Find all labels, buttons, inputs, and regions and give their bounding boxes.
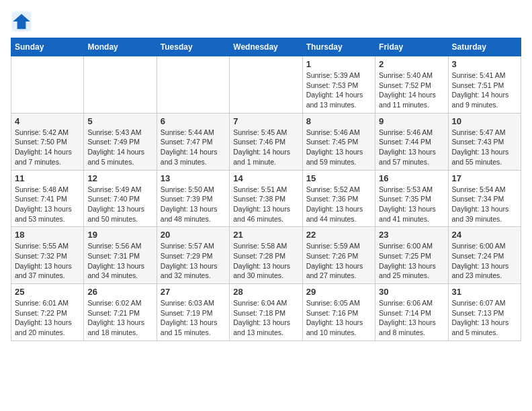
day-cell: 21Sunrise: 5:58 AM Sunset: 7:28 PM Dayli… — [230, 227, 302, 284]
day-info: Sunrise: 5:45 AM Sunset: 7:46 PM Dayligh… — [233, 128, 298, 167]
day-cell: 20Sunrise: 5:57 AM Sunset: 7:29 PM Dayli… — [157, 227, 229, 284]
col-header-thursday: Thursday — [302, 38, 375, 56]
day-info: Sunrise: 6:03 AM Sunset: 7:19 PM Dayligh… — [161, 298, 226, 338]
day-info: Sunrise: 5:42 AM Sunset: 7:50 PM Dayligh… — [15, 128, 80, 167]
day-cell: 29Sunrise: 6:05 AM Sunset: 7:16 PM Dayli… — [302, 284, 375, 341]
day-number: 21 — [233, 230, 298, 240]
day-number: 13 — [161, 173, 226, 183]
day-number: 27 — [161, 287, 226, 297]
day-cell: 18Sunrise: 5:55 AM Sunset: 7:32 PM Dayli… — [11, 227, 84, 284]
day-cell: 11Sunrise: 5:48 AM Sunset: 7:41 PM Dayli… — [11, 170, 84, 227]
day-cell: 23Sunrise: 6:00 AM Sunset: 7:25 PM Dayli… — [375, 227, 448, 284]
day-cell — [230, 56, 302, 113]
day-info: Sunrise: 6:04 AM Sunset: 7:18 PM Dayligh… — [233, 298, 298, 338]
logo — [11, 11, 35, 32]
day-info: Sunrise: 5:46 AM Sunset: 7:44 PM Dayligh… — [379, 128, 444, 167]
day-info: Sunrise: 6:00 AM Sunset: 7:25 PM Dayligh… — [379, 241, 444, 281]
day-cell: 24Sunrise: 6:00 AM Sunset: 7:24 PM Dayli… — [448, 227, 521, 284]
day-cell — [11, 56, 84, 113]
day-number: 2 — [379, 59, 444, 69]
day-number: 18 — [15, 230, 80, 240]
day-info: Sunrise: 5:41 AM Sunset: 7:51 PM Dayligh… — [452, 71, 517, 110]
day-number: 25 — [15, 287, 80, 297]
day-number: 28 — [233, 287, 298, 297]
day-info: Sunrise: 5:43 AM Sunset: 7:49 PM Dayligh… — [87, 128, 152, 167]
day-info: Sunrise: 6:06 AM Sunset: 7:14 PM Dayligh… — [379, 298, 444, 338]
day-cell: 27Sunrise: 6:03 AM Sunset: 7:19 PM Dayli… — [157, 284, 229, 341]
page-header — [11, 11, 521, 32]
day-cell: 2Sunrise: 5:40 AM Sunset: 7:52 PM Daylig… — [375, 56, 448, 113]
day-number: 1 — [306, 59, 371, 69]
day-number: 3 — [452, 59, 517, 69]
day-cell: 5Sunrise: 5:43 AM Sunset: 7:49 PM Daylig… — [84, 113, 157, 170]
day-info: Sunrise: 5:52 AM Sunset: 7:36 PM Dayligh… — [306, 185, 371, 224]
day-info: Sunrise: 5:48 AM Sunset: 7:41 PM Dayligh… — [15, 185, 80, 224]
day-info: Sunrise: 5:54 AM Sunset: 7:34 PM Dayligh… — [452, 185, 517, 224]
day-cell: 30Sunrise: 6:06 AM Sunset: 7:14 PM Dayli… — [375, 284, 448, 341]
calendar-table: SundayMondayTuesdayWednesdayThursdayFrid… — [11, 38, 521, 341]
day-number: 8 — [306, 116, 371, 126]
day-cell: 7Sunrise: 5:45 AM Sunset: 7:46 PM Daylig… — [230, 113, 302, 170]
day-number: 7 — [233, 116, 298, 126]
day-cell: 13Sunrise: 5:50 AM Sunset: 7:39 PM Dayli… — [157, 170, 229, 227]
day-number: 5 — [87, 116, 152, 126]
week-row-1: 1Sunrise: 5:39 AM Sunset: 7:53 PM Daylig… — [11, 56, 521, 113]
day-info: Sunrise: 5:50 AM Sunset: 7:39 PM Dayligh… — [161, 185, 226, 224]
day-number: 15 — [306, 173, 371, 183]
day-number: 17 — [452, 173, 517, 183]
day-number: 22 — [306, 230, 371, 240]
day-number: 6 — [161, 116, 226, 126]
day-cell: 12Sunrise: 5:49 AM Sunset: 7:40 PM Dayli… — [84, 170, 157, 227]
day-number: 12 — [87, 173, 152, 183]
col-header-friday: Friday — [375, 38, 448, 56]
day-cell: 1Sunrise: 5:39 AM Sunset: 7:53 PM Daylig… — [302, 56, 375, 113]
day-info: Sunrise: 5:49 AM Sunset: 7:40 PM Dayligh… — [87, 185, 152, 224]
day-cell — [157, 56, 229, 113]
day-info: Sunrise: 6:07 AM Sunset: 7:13 PM Dayligh… — [452, 298, 517, 338]
day-info: Sunrise: 6:05 AM Sunset: 7:16 PM Dayligh… — [306, 298, 371, 338]
day-number: 16 — [379, 173, 444, 183]
day-cell: 3Sunrise: 5:41 AM Sunset: 7:51 PM Daylig… — [448, 56, 521, 113]
day-cell: 9Sunrise: 5:46 AM Sunset: 7:44 PM Daylig… — [375, 113, 448, 170]
day-info: Sunrise: 5:59 AM Sunset: 7:26 PM Dayligh… — [306, 241, 371, 281]
week-row-3: 11Sunrise: 5:48 AM Sunset: 7:41 PM Dayli… — [11, 170, 521, 227]
col-header-saturday: Saturday — [448, 38, 521, 56]
day-cell: 4Sunrise: 5:42 AM Sunset: 7:50 PM Daylig… — [11, 113, 84, 170]
day-cell — [84, 56, 157, 113]
week-row-5: 25Sunrise: 6:01 AM Sunset: 7:22 PM Dayli… — [11, 284, 521, 341]
day-info: Sunrise: 5:56 AM Sunset: 7:31 PM Dayligh… — [87, 241, 152, 281]
day-info: Sunrise: 5:44 AM Sunset: 7:47 PM Dayligh… — [161, 128, 226, 167]
day-cell: 6Sunrise: 5:44 AM Sunset: 7:47 PM Daylig… — [157, 113, 229, 170]
col-header-sunday: Sunday — [11, 38, 84, 56]
col-header-tuesday: Tuesday — [157, 38, 229, 56]
day-number: 29 — [306, 287, 371, 297]
logo-icon — [11, 11, 32, 32]
col-header-wednesday: Wednesday — [230, 38, 302, 56]
day-info: Sunrise: 5:57 AM Sunset: 7:29 PM Dayligh… — [161, 241, 226, 281]
day-info: Sunrise: 5:39 AM Sunset: 7:53 PM Dayligh… — [306, 71, 371, 110]
day-cell: 25Sunrise: 6:01 AM Sunset: 7:22 PM Dayli… — [11, 284, 84, 341]
day-number: 30 — [379, 287, 444, 297]
day-info: Sunrise: 5:58 AM Sunset: 7:28 PM Dayligh… — [233, 241, 298, 281]
day-info: Sunrise: 5:55 AM Sunset: 7:32 PM Dayligh… — [15, 241, 80, 281]
day-info: Sunrise: 6:00 AM Sunset: 7:24 PM Dayligh… — [452, 241, 517, 281]
day-cell: 15Sunrise: 5:52 AM Sunset: 7:36 PM Dayli… — [302, 170, 375, 227]
day-cell: 31Sunrise: 6:07 AM Sunset: 7:13 PM Dayli… — [448, 284, 521, 341]
day-cell: 26Sunrise: 6:02 AM Sunset: 7:21 PM Dayli… — [84, 284, 157, 341]
day-cell: 10Sunrise: 5:47 AM Sunset: 7:43 PM Dayli… — [448, 113, 521, 170]
day-number: 31 — [452, 287, 517, 297]
week-row-4: 18Sunrise: 5:55 AM Sunset: 7:32 PM Dayli… — [11, 227, 521, 284]
day-number: 11 — [15, 173, 80, 183]
day-number: 19 — [87, 230, 152, 240]
day-info: Sunrise: 5:51 AM Sunset: 7:38 PM Dayligh… — [233, 185, 298, 224]
col-header-monday: Monday — [84, 38, 157, 56]
day-number: 10 — [452, 116, 517, 126]
day-cell: 19Sunrise: 5:56 AM Sunset: 7:31 PM Dayli… — [84, 227, 157, 284]
day-number: 14 — [233, 173, 298, 183]
week-row-2: 4Sunrise: 5:42 AM Sunset: 7:50 PM Daylig… — [11, 113, 521, 170]
day-info: Sunrise: 5:53 AM Sunset: 7:35 PM Dayligh… — [379, 185, 444, 224]
day-number: 23 — [379, 230, 444, 240]
day-cell: 17Sunrise: 5:54 AM Sunset: 7:34 PM Dayli… — [448, 170, 521, 227]
day-number: 4 — [15, 116, 80, 126]
day-cell: 22Sunrise: 5:59 AM Sunset: 7:26 PM Dayli… — [302, 227, 375, 284]
